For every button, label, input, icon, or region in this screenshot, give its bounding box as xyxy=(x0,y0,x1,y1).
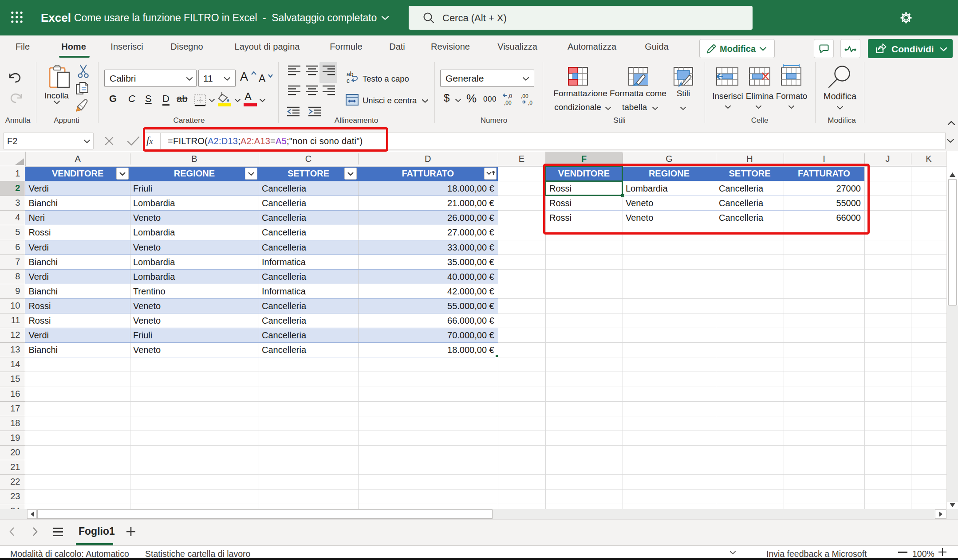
svg-text:,0: ,0 xyxy=(508,93,512,99)
svg-text:,00: ,00 xyxy=(504,100,512,106)
svg-text:,0: ,0 xyxy=(528,100,532,106)
svg-text:c: c xyxy=(347,77,350,84)
svg-text:,00: ,00 xyxy=(521,93,528,99)
